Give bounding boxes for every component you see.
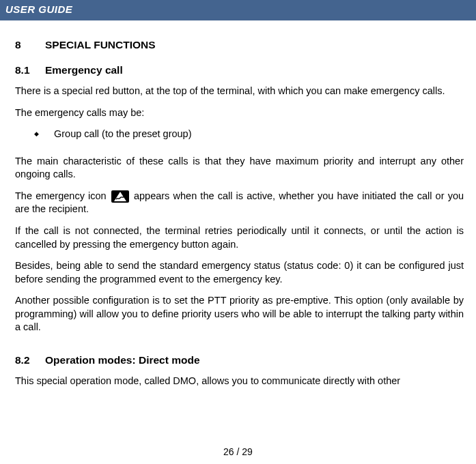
para-8-1-intro: There is a special red button, at the to…	[15, 85, 464, 98]
section-8-1-title: Emergency call	[45, 64, 123, 76]
section-8-1-heading: 8.1Emergency call	[15, 63, 464, 78]
header-title: USER GUIDE	[5, 3, 72, 15]
para-8-1-ptt: Another possible configuration is to set…	[15, 294, 464, 334]
para-8-1-retry: If the call is not connected, the termin…	[15, 224, 464, 251]
svg-marker-0	[114, 192, 126, 201]
section-8-title: SPECIAL FUNCTIONS	[45, 39, 156, 50]
bullet-list: Group call (to the preset group)	[34, 128, 464, 141]
section-8-1-number: 8.1	[15, 63, 45, 78]
para-8-1-status: Besides, being able to send the standard…	[15, 259, 464, 286]
section-8-2-number: 8.2	[15, 353, 45, 368]
para-8-1-characteristic: The main characteristic of these calls i…	[15, 155, 464, 182]
page-number: 26 / 29	[0, 446, 476, 459]
para-8-1-maybe: The emergency calls may be:	[15, 106, 464, 120]
header-band: USER GUIDE	[0, 0, 476, 20]
section-8-heading: 8SPECIAL FUNCTIONS	[15, 38, 464, 53]
bullet-group-call: Group call (to the preset group)	[34, 128, 464, 141]
para-8-1-icon: The emergency icon appears when the call…	[15, 190, 464, 216]
section-8-2-heading: 8.2Operation modes: Direct mode	[15, 353, 464, 368]
page-content: 8SPECIAL FUNCTIONS 8.1Emergency call The…	[0, 38, 476, 388]
section-8-number: 8	[15, 38, 45, 53]
section-8-2-title: Operation modes: Direct mode	[45, 354, 200, 366]
para-8-2-intro: This special operation mode, called DMO,…	[15, 375, 464, 388]
emergency-icon	[111, 190, 129, 203]
para-8-1-icon-text-a: The emergency icon	[15, 190, 110, 201]
